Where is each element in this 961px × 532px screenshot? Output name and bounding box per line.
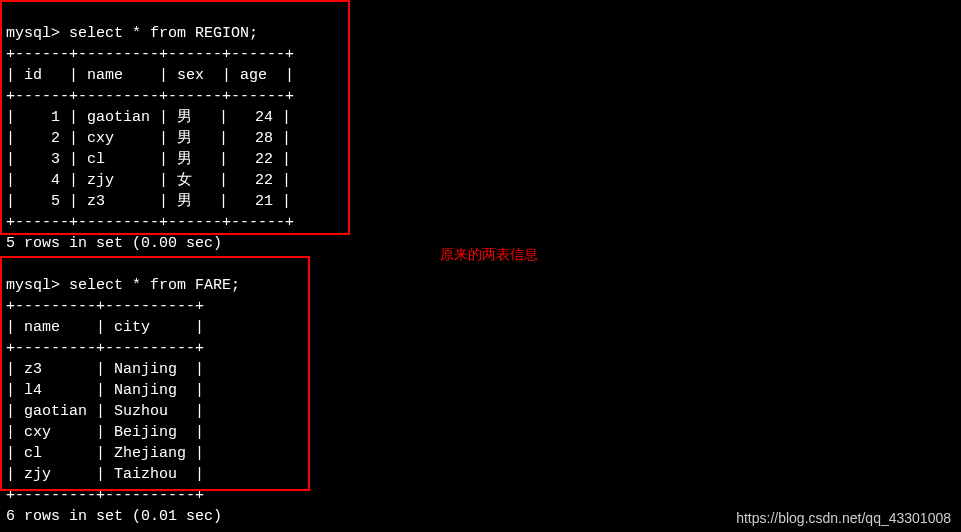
table-2-rows: | z3 | Nanjing | | l4 | Nanjing | | gaot…: [6, 361, 204, 483]
table-1-border-mid: +------+---------+------+------+: [6, 88, 294, 105]
terminal-output: mysql> select * from REGION; +------+---…: [0, 0, 961, 529]
prompt-1: mysql>: [6, 25, 69, 42]
table-2-border-top: +---------+----------+: [6, 298, 204, 315]
table-1-rows: | 1 | gaotian | 男 | 24 | | 2 | cxy | 男 |…: [6, 109, 291, 210]
watermark-text: https://blog.csdn.net/qq_43301008: [736, 510, 951, 526]
status-1: 5 rows in set (0.00 sec): [6, 235, 222, 252]
prompt-2: mysql>: [6, 277, 69, 294]
table-2-border-bot: +---------+----------+: [6, 487, 204, 504]
command-1: select * from REGION;: [69, 25, 258, 42]
table-1-header: | id | name | sex | age |: [6, 67, 294, 84]
table-1-border-bot: +------+---------+------+------+: [6, 214, 294, 231]
status-2: 6 rows in set (0.01 sec): [6, 508, 222, 525]
command-2: select * from FARE;: [69, 277, 240, 294]
table-1-border-top: +------+---------+------+------+: [6, 46, 294, 63]
table-2-border-mid: +---------+----------+: [6, 340, 204, 357]
annotation-text: 原来的两表信息: [440, 246, 538, 264]
table-2-header: | name | city |: [6, 319, 204, 336]
